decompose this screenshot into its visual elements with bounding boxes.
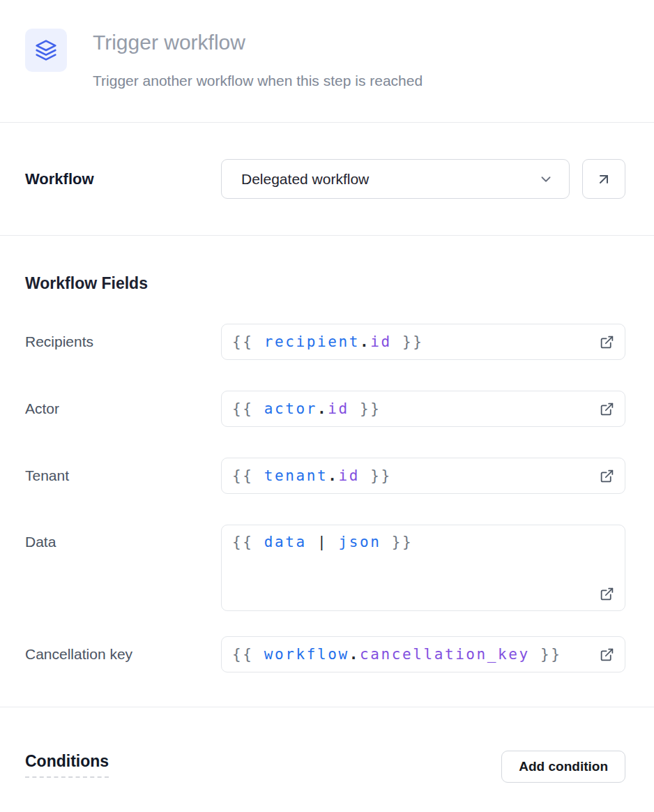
- field-label: Cancellation key: [25, 646, 221, 663]
- actor-input[interactable]: {{ actor.id }}: [221, 391, 625, 427]
- conditions-section: Conditions Add condition: [0, 707, 654, 783]
- field-label: Tenant: [25, 467, 221, 484]
- step-title[interactable]: Trigger workflow: [93, 30, 423, 55]
- layers-icon: [35, 39, 57, 61]
- field-label: Actor: [25, 400, 221, 417]
- field-row-recipients: Recipients {{ recipient.id }}: [25, 324, 625, 360]
- liquid-expression: {{ data | json }}: [232, 534, 413, 550]
- field-row-tenant: Tenant {{ tenant.id }}: [25, 458, 625, 494]
- step-subtitle: Trigger another workflow when this step …: [93, 72, 423, 90]
- external-link-icon[interactable]: [600, 587, 614, 601]
- liquid-expression: {{ tenant.id }}: [232, 467, 392, 484]
- external-link-icon[interactable]: [593, 469, 614, 483]
- add-condition-button[interactable]: Add condition: [501, 751, 625, 783]
- step-header: Trigger workflow Trigger another workflo…: [0, 0, 654, 123]
- field-row-actor: Actor {{ actor.id }}: [25, 391, 625, 427]
- chevron-down-icon: [538, 172, 554, 187]
- field-label: Recipients: [25, 333, 221, 350]
- data-textarea[interactable]: {{ data | json }}: [221, 525, 625, 611]
- workflow-label: Workflow: [25, 159, 221, 199]
- tenant-input[interactable]: {{ tenant.id }}: [221, 458, 625, 494]
- field-row-cancellation-key: Cancellation key {{ workflow.cancellatio…: [25, 636, 625, 672]
- cancellation-key-input[interactable]: {{ workflow.cancellation_key }}: [221, 636, 625, 672]
- workflow-fields-heading: Workflow Fields: [25, 274, 625, 292]
- external-link-icon[interactable]: [593, 402, 614, 416]
- liquid-expression: {{ actor.id }}: [232, 400, 381, 417]
- liquid-expression: {{ workflow.cancellation_key }}: [232, 646, 562, 663]
- workflow-fields-section: Workflow Fields Recipients {{ recipient.…: [0, 236, 654, 707]
- workflow-select[interactable]: Delegated workflow: [221, 159, 570, 199]
- recipients-input[interactable]: {{ recipient.id }}: [221, 324, 625, 360]
- liquid-expression: {{ recipient.id }}: [232, 333, 423, 350]
- external-link-icon[interactable]: [593, 647, 614, 662]
- workflow-select-value: Delegated workflow: [241, 171, 538, 188]
- step-icon-badge: [25, 29, 67, 72]
- field-row-data: Data {{ data | json }}: [25, 525, 625, 611]
- arrow-up-right-icon: [595, 171, 612, 188]
- external-link-icon[interactable]: [593, 335, 614, 349]
- open-workflow-button[interactable]: [582, 159, 625, 199]
- conditions-heading: Conditions: [25, 748, 109, 778]
- workflow-row: Workflow Delegated workflow: [0, 123, 654, 236]
- field-label: Data: [25, 525, 221, 550]
